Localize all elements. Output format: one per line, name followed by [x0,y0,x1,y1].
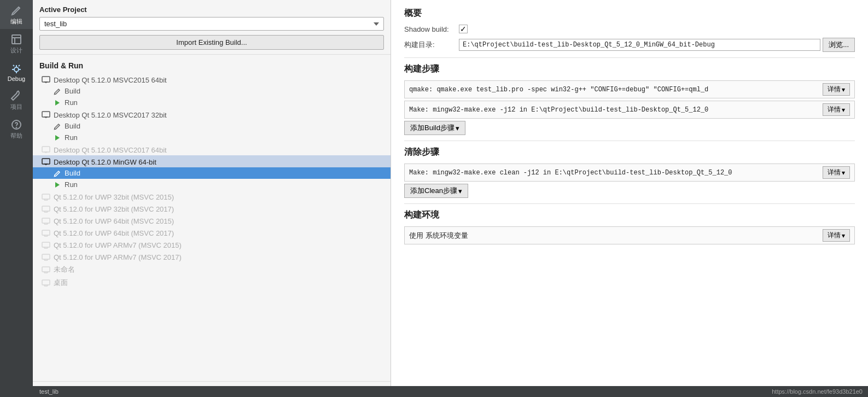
sidebar-item-help[interactable]: 帮助 [0,114,33,143]
bottom-tab[interactable]: test_lib [33,386,65,397]
bottom-tab-label: test_lib [39,388,59,395]
svg-rect-0 [12,35,21,44]
kit-item-uwp-arm-2015[interactable]: Qt 5.12.0 for UWP ARMv7 (MSVC 2015) [33,238,391,250]
sidebar-item-project[interactable]: 项目 [0,85,33,114]
build-step-detail-btn-2[interactable]: 详情 ▾ [823,103,850,116]
kit-item-msvc2017-32bit[interactable]: Desktop Qt 5.12.0 MSVC2017 32bit [33,108,391,120]
env-row-text-1: 使用 系统环境变量 [409,231,823,241]
kit-item-uwp-64bit-2015[interactable]: Qt 5.12.0 for UWP 64bit (MSVC 2015) [33,214,391,226]
build-step-row-1: qmake: qmake.exe test_lib.pro -spec win3… [404,80,855,98]
uwp-icon-3 [42,217,50,225]
sub-label-build2: Build [65,122,80,130]
add-build-step-button[interactable]: 添加Build步骤 ▾ [404,121,465,135]
sub-label-run4: Run [65,180,78,189]
monitor-icon-2 [42,110,50,119]
kit-label-uwp-arm-2015: Qt 5.12.0 for UWP ARMv7 (MSVC 2015) [54,241,182,249]
env-detail-label: 详情 [828,231,841,240]
run-arrow-icon-2 [54,134,61,142]
svg-marker-9 [55,100,60,106]
shadow-build-row: Shadow build: ✓ [404,25,855,33]
shadow-build-label: Shadow build: [404,25,459,33]
shadow-build-checkbox[interactable]: ✓ [459,25,468,33]
env-detail-btn[interactable]: 详情 ▾ [823,229,850,242]
svg-point-3 [14,67,19,72]
uwp-icon-5 [42,241,50,249]
kit-item-msvc2015-64bit[interactable]: Desktop Qt 5.12.0 MSVC2015 64bit [33,73,391,85]
kit-item-uwp-32bit-2017[interactable]: Qt 5.12.0 for UWP 32bit (MSVC 2017) [33,202,391,214]
svg-rect-21 [42,194,50,199]
svg-rect-25 [42,206,50,211]
svg-rect-6 [42,77,50,82]
kit-label-uwp-64-2015: Qt 5.12.0 for UWP 64bit (MSVC 2015) [54,217,174,225]
kit-item-unnamed[interactable]: 未命名 [33,262,391,276]
monitor-icon [42,75,50,84]
kit-item-msvc2017-64bit[interactable]: Desktop Qt 5.12.0 MSVC2017 64bit [33,143,391,155]
sub-label-build1: Build [65,87,80,95]
svg-rect-45 [42,267,50,272]
kit-label-unnamed: 未命名 [54,265,75,275]
sub-item-build4[interactable]: Build [33,167,391,179]
sidebar-item-design[interactable]: 设计 [0,29,33,58]
clean-step-text-1: Make: mingw32-make.exe clean -j12 in E:\… [409,169,823,177]
kit-item-uwp-32bit-2015[interactable]: Qt 5.12.0 for UWP 32bit (MSVC 2015) [33,190,391,202]
svg-rect-14 [42,147,50,152]
clean-steps-title: 清除步骤 [404,147,855,158]
import-existing-build-button[interactable]: Import Existing Build... [39,35,384,50]
build-step-detail-btn-1[interactable]: 详情 ▾ [823,83,850,96]
project-select[interactable]: test_lib [39,17,384,31]
add-build-step-chevron: ▾ [456,124,459,132]
build-pencil-icon-2 [54,122,61,130]
wrench-icon [10,90,22,102]
env-detail-chevron: ▾ [842,232,845,240]
build-step-row-2: Make: mingw32-make.exe -j12 in E:\qtProj… [404,101,855,119]
monitor-icon-4 [42,157,50,166]
svg-rect-17 [42,159,50,164]
build-directory-row: 构建目录: 浏览... [404,38,855,52]
build-env-title: 构建环境 [404,209,855,221]
kit-item-uwp-64bit-2017[interactable]: Qt 5.12.0 for UWP 64bit (MSVC 2017) [33,226,391,238]
sub-item-run2[interactable]: Run [33,132,391,143]
add-build-step-label: 添加Build步骤 [410,123,455,133]
clean-detail-label-1: 详情 [828,168,841,177]
build-pencil-icon-4 [54,170,61,177]
sidebar-item-debug[interactable]: Debug [0,58,33,85]
uwp-icon-1 [42,192,50,201]
env-row-1: 使用 系统环境变量 详情 ▾ [404,226,855,244]
kit-item-mingw-64bit[interactable]: Desktop Qt 5.12.0 MinGW 64-bit [33,155,391,167]
kit-label-uwp-32-2017: Qt 5.12.0 for UWP 32bit (MSVC 2017) [54,205,174,213]
divider-2 [404,141,855,141]
kit-item-desktop[interactable]: 桌面 [33,276,391,289]
kit-icon-desktop [42,278,50,287]
svg-rect-49 [42,280,50,285]
build-step-text-1: qmake: qmake.exe test_lib.pro -spec win3… [409,86,823,94]
overview-title: 概要 [404,8,855,19]
sidebar-item-edit-label: 编辑 [10,17,22,26]
svg-marker-13 [55,135,60,141]
clean-step-row-1: Make: mingw32-make.exe clean -j12 in E:\… [404,164,855,182]
pencil-icon [10,4,22,16]
detail-chevron-1: ▾ [842,86,845,94]
kit-label-msvc2015-64bit: Desktop Qt 5.12.0 MSVC2015 64bit [54,76,167,84]
sub-item-run1[interactable]: Run [33,97,391,108]
clean-step-detail-btn-1[interactable]: 详情 ▾ [823,166,850,179]
sub-item-run4[interactable]: Run [33,179,391,190]
svg-rect-37 [42,242,50,247]
uwp-icon-2 [42,205,50,213]
svg-rect-33 [42,230,50,235]
build-directory-label: 构建目录: [404,40,459,50]
add-clean-step-label: 添加Clean步骤 [410,186,457,196]
detail-chevron-2: ▾ [842,106,845,114]
kit-label-uwp-32-2015: Qt 5.12.0 for UWP 32bit (MSVC 2015) [54,193,174,201]
build-directory-input[interactable] [459,39,820,51]
svg-rect-41 [42,254,50,259]
sub-item-build1[interactable]: Build [33,85,391,97]
kit-label-mingw-64bit: Desktop Qt 5.12.0 MinGW 64-bit [54,158,156,166]
sub-item-build2[interactable]: Build [33,120,391,132]
browse-button[interactable]: 浏览... [823,38,855,52]
kit-item-uwp-arm-2017[interactable]: Qt 5.12.0 for UWP ARMv7 (MSVC 2017) [33,250,391,262]
run-arrow-icon-4 [54,181,61,189]
add-clean-step-button[interactable]: 添加Clean步骤 ▾ [404,184,468,198]
detail-label-2: 详情 [828,105,841,114]
sidebar-item-edit[interactable]: 编辑 [0,0,33,29]
build-run-section: Build & Run Desktop Qt 5.12.0 MSVC2015 6… [33,55,391,379]
